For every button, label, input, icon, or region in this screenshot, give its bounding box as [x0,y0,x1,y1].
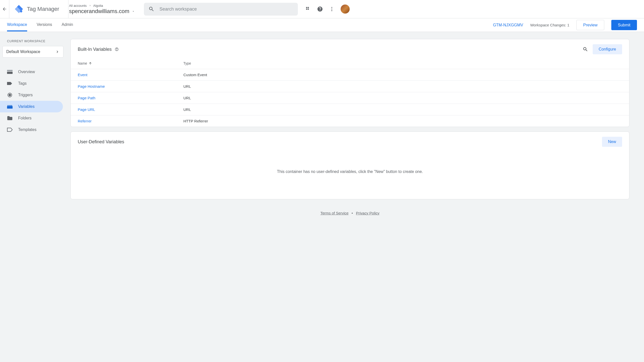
breadcrumb-all: All accounts [69,4,87,8]
svg-rect-14 [9,105,10,106]
sidebar-item-folders[interactable]: Folders [0,112,63,124]
table-row[interactable]: Page Path URL [71,92,629,104]
container-dropdown[interactable]: spencerandwilliams.com [69,8,135,15]
sidebar-item-tags[interactable]: Tags [0,78,63,89]
sidebar-item-label: Variables [18,104,35,109]
svg-rect-13 [8,105,8,106]
footer-separator: • [352,211,353,215]
svg-point-0 [20,10,22,13]
variable-type: URL [183,107,191,112]
tab-versions[interactable]: Versions [37,19,52,31]
sidebar-item-templates[interactable]: Templates [0,124,63,135]
folder-icon [7,115,13,121]
builtin-variables-card: Built-In Variables Configure Name Typ [70,39,629,127]
sidebar-item-label: Folders [18,116,31,120]
search-box[interactable] [144,3,298,16]
target-icon [7,92,13,98]
help-circle-icon[interactable] [115,47,119,51]
svg-point-18 [116,50,117,50]
variable-name-link[interactable]: Event [78,73,183,77]
variables-icon [7,104,13,109]
breadcrumb-account: Algolia [93,4,103,8]
privacy-link[interactable]: Privacy Policy [356,211,379,215]
preview-button[interactable]: Preview [576,20,604,30]
container-name: spencerandwilliams.com [69,8,129,15]
svg-rect-9 [7,72,13,74]
svg-point-11 [9,94,11,96]
template-icon [7,127,13,132]
apps-button[interactable] [305,6,311,12]
variable-type: HTTP Referrer [183,119,208,123]
submit-button[interactable]: Submit [611,20,637,30]
back-button[interactable] [0,7,9,12]
variable-type: URL [183,96,191,100]
svg-rect-15 [10,105,11,106]
sidebar-item-overview[interactable]: Overview [0,66,63,78]
chevron-right-icon [55,50,60,54]
tab-admin[interactable]: Admin [62,19,73,31]
footer: Terms of Service • Privacy Policy [70,204,629,222]
builtin-title: Built-In Variables [78,47,119,52]
svg-rect-12 [7,106,13,109]
caret-down-icon [132,10,135,13]
breadcrumb: All accounts Algolia [69,4,135,8]
logo-section[interactable]: Tag Manager [9,5,68,14]
tos-link[interactable]: Terms of Service [320,211,349,215]
tag-icon [7,81,13,86]
arrow-up-icon [89,62,92,65]
column-type[interactable]: Type [183,61,191,65]
apps-grid-icon [305,6,311,12]
container-id[interactable]: GTM-NJXGGMV [493,23,523,27]
svg-rect-8 [7,70,13,71]
search-icon [148,6,154,12]
sidebar-item-label: Overview [18,70,35,74]
user-avatar[interactable] [341,5,350,14]
product-name: Tag Manager [27,6,59,12]
chevron-right-icon [89,4,91,7]
configure-button[interactable]: Configure [593,44,622,54]
header-divider-2 [68,0,68,18]
variable-name-link[interactable]: Page URL [78,107,183,112]
svg-rect-2 [308,7,309,8]
tab-workspace[interactable]: Workspace [7,19,27,31]
userdef-title: User-Defined Variables [78,139,124,145]
svg-rect-1 [306,7,307,8]
search-variables-button[interactable] [583,47,588,52]
help-button[interactable] [317,6,323,12]
more-button[interactable] [329,6,335,12]
svg-rect-4 [308,9,309,10]
search-icon [583,47,588,52]
table-row[interactable]: Page Hostname URL [71,81,629,92]
arrow-left-icon [2,7,7,12]
userdef-variables-card: User-Defined Variables New This containe… [70,131,629,199]
table-row[interactable]: Event Custom Event [71,69,629,81]
sidebar-item-label: Triggers [18,93,33,97]
variable-name-link[interactable]: Page Hostname [78,84,183,88]
sidebar-item-label: Templates [18,127,36,132]
svg-rect-16 [11,105,12,106]
tag-manager-logo-icon [14,5,23,14]
svg-point-7 [331,10,332,11]
svg-point-5 [331,7,332,8]
workspace-changes: Workspace Changes: 1 [530,23,570,27]
account-selector[interactable]: All accounts Algolia spencerandwilliams.… [69,4,141,15]
variable-type: Custom Event [183,73,207,77]
variable-name-link[interactable]: Page Path [78,96,183,100]
workspace-selector[interactable]: Default Workspace [3,46,63,58]
table-row[interactable]: Referrer HTTP Referrer [71,115,629,127]
sidebar-item-triggers[interactable]: Triggers [0,89,63,101]
search-input[interactable] [159,7,293,12]
svg-point-6 [331,9,332,10]
more-vert-icon [329,6,335,12]
workspace-name: Default Workspace [6,50,40,54]
sidebar-item-variables[interactable]: Variables [0,101,63,112]
variable-name-link[interactable]: Referrer [78,119,183,123]
table-row[interactable]: Page URL URL [71,104,629,115]
column-name[interactable]: Name [78,61,183,65]
help-icon [317,6,323,12]
svg-rect-3 [306,9,307,10]
sidebar-item-label: Tags [18,81,27,86]
new-variable-button[interactable]: New [602,137,622,147]
variable-type: URL [183,84,191,88]
overview-icon [7,69,13,75]
